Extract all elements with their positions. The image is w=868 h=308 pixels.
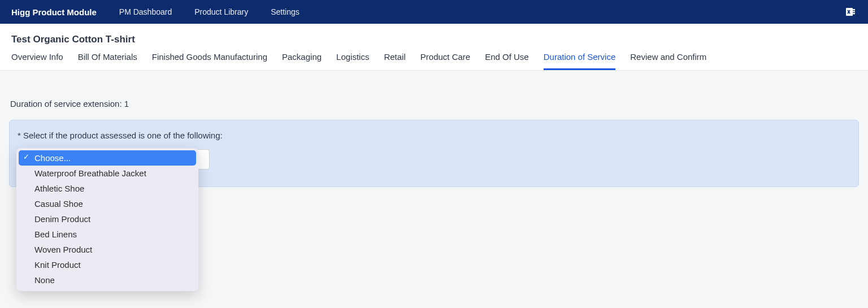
svg-rect-1 [853, 9, 855, 10]
top-nav-left: Higg Product Module PM Dashboard Product… [11, 7, 300, 17]
product-type-dropdown: Choose... Waterproof Breathable Jacket A… [16, 148, 198, 291]
dropdown-option-woven[interactable]: Woven Product [19, 242, 196, 257]
nav-link-library[interactable]: Product Library [194, 7, 248, 16]
tab-bill-of-materials[interactable]: Bill Of Materials [78, 52, 137, 70]
svg-rect-2 [853, 11, 855, 12]
top-nav-right [844, 6, 857, 18]
dropdown-option-none[interactable]: None [19, 272, 196, 288]
svg-rect-3 [853, 13, 855, 14]
content-area: Duration of service extension: 1 * Selec… [0, 71, 868, 198]
tab-retail[interactable]: Retail [384, 52, 405, 70]
tab-review-confirm[interactable]: Review and Confirm [630, 52, 706, 70]
tab-logistics[interactable]: Logistics [336, 52, 369, 70]
section-label: Duration of service extension: 1 [10, 99, 859, 109]
dropdown-option-casual-shoe[interactable]: Casual Shoe [19, 196, 196, 211]
tab-packaging[interactable]: Packaging [282, 52, 322, 70]
dropdown-option-wbj[interactable]: Waterproof Breathable Jacket [19, 166, 196, 181]
sub-header: Test Organic Cotton T-shirt Overview Inf… [0, 24, 868, 71]
top-nav-links: PM Dashboard Product Library Settings [119, 7, 300, 16]
nav-link-dashboard[interactable]: PM Dashboard [119, 7, 172, 16]
tab-duration-of-service[interactable]: Duration of Service [544, 52, 616, 70]
dropdown-option-denim[interactable]: Denim Product [19, 211, 196, 227]
tab-end-of-use[interactable]: End Of Use [485, 52, 529, 70]
tab-overview-info[interactable]: Overview Info [11, 52, 63, 70]
nav-link-settings[interactable]: Settings [271, 7, 300, 16]
tabs: Overview Info Bill Of Materials Finished… [11, 52, 857, 70]
page-title: Test Organic Cotton T-shirt [11, 34, 857, 45]
dropdown-option-athletic-shoe[interactable]: Athletic Shoe [19, 181, 196, 196]
tab-product-care[interactable]: Product Care [420, 52, 470, 70]
top-nav: Higg Product Module PM Dashboard Product… [0, 0, 868, 24]
select-wrapper: Choose... Choose... Waterproof Breathabl… [18, 149, 210, 170]
dropdown-option-knit[interactable]: Knit Product [19, 257, 196, 272]
dropdown-option-choose[interactable]: Choose... [19, 150, 196, 166]
tab-finished-goods[interactable]: Finished Goods Manufacturing [152, 52, 267, 70]
question-text: * Select if the product assessed is one … [18, 131, 850, 140]
export-excel-icon[interactable] [844, 6, 857, 18]
question-panel: * Select if the product assessed is one … [9, 120, 859, 187]
dropdown-option-bed-linens[interactable]: Bed Linens [19, 227, 196, 242]
brand-title: Higg Product Module [11, 7, 97, 17]
